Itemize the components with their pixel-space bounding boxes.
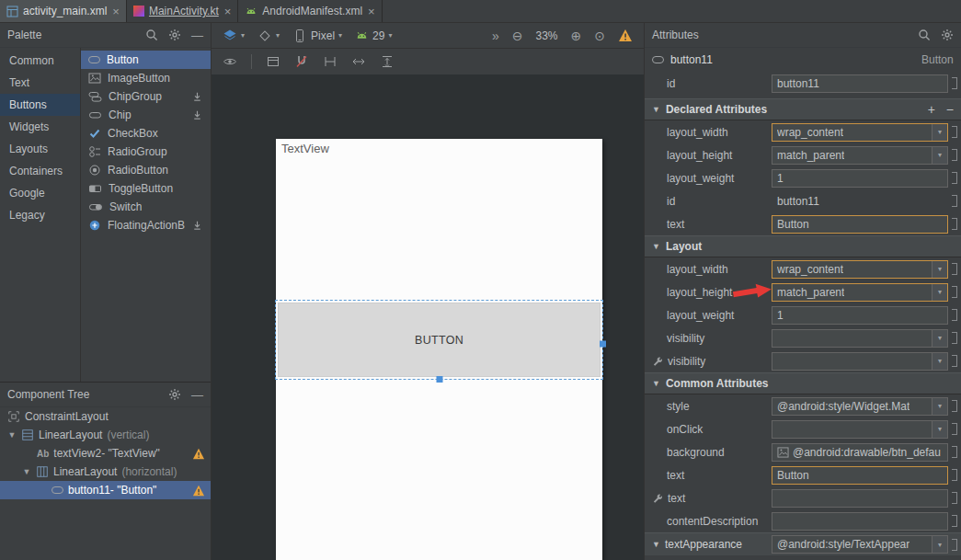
api-selector[interactable]: 29 ▾ [355,29,392,42]
resize-handle-bottom[interactable] [436,376,442,383]
zoom-in-icon[interactable]: ⊕ [571,29,582,42]
palette-item-radiobutton[interactable]: RadioButton [81,161,211,179]
tab-androidmanifest-xml[interactable]: AndroidManifest.xml × [238,0,382,22]
section-declared-attributes[interactable]: ▼ Declared Attributes + − [645,98,961,120]
resize-handle-right[interactable] [600,340,606,347]
minimize-icon[interactable]: — [191,388,203,402]
default-margins-icon[interactable] [323,54,337,69]
magnet-off-icon[interactable] [294,54,309,69]
chevron-down-icon[interactable]: ▾ [932,147,947,164]
search-icon[interactable] [145,29,158,41]
section-layout[interactable]: ▼ Layout [645,235,961,257]
chevron-down-icon[interactable]: ▾ [932,330,947,347]
chevron-down-icon[interactable]: ▾ [932,536,947,553]
tab-mainactivity-kt[interactable]: MainActivity.kt × [127,0,238,22]
palette-item-floatingactionbutton[interactable]: FloatingActionB... [81,216,211,234]
id-field[interactable]: button11 [772,74,948,93]
onclick-combo[interactable]: ▾ [772,420,948,439]
layout-weight-field[interactable]: 1 [772,169,948,188]
style-combo[interactable]: @android:style/Widget.Mat▾ [772,397,948,416]
tree-item-linearlayout-vertical[interactable]: ▼ LinearLayout (vertical) [0,426,211,444]
design-surface-selector[interactable]: ▾ [223,29,245,43]
palette-category-common[interactable]: Common [0,50,80,72]
tools-visibility-combo[interactable]: ▾ [772,352,948,371]
palette-item-togglebutton[interactable]: ToggleButton [81,179,211,198]
tools-text-field[interactable] [772,489,948,508]
attr-row-text: text Button [645,212,961,235]
chevron-down-icon[interactable]: ▾ [932,284,947,301]
palette-category-buttons[interactable]: Buttons [0,94,80,116]
id-value[interactable]: button11 [772,192,948,211]
section-textappearance[interactable]: ▼ textAppearance @android:style/TextAppe… [645,532,961,555]
chevron-down-icon[interactable]: ▾ [932,124,947,141]
text-field[interactable]: Button [772,466,948,485]
radio-group-icon [88,145,101,158]
expand-icon[interactable]: ▼ [7,430,17,440]
close-icon[interactable]: × [224,6,232,17]
vertical-distribute-icon[interactable] [380,54,395,69]
overflow-chevron-icon[interactable]: » [492,29,499,42]
gear-icon[interactable] [168,388,181,401]
minimize-icon[interactable]: — [191,29,203,42]
chevron-down-icon[interactable]: ▾ [932,398,947,415]
section-common-attributes[interactable]: ▼ Common Attributes [645,372,961,394]
gear-icon[interactable] [941,29,954,41]
palette-category-containers[interactable]: Containers [0,160,80,182]
palette-item-radiogroup[interactable]: RadioGroup [81,143,211,161]
tree-item-button11[interactable]: button11- "Button" [0,481,211,499]
canvas-button[interactable]: BUTTON [278,303,601,377]
canvas-textview[interactable]: TextView [281,142,329,155]
layout-width-combo[interactable]: wrap_content▾ [772,260,948,279]
palette-item-switch[interactable]: Switch [81,198,211,216]
zoom-out-icon[interactable]: ⊖ [512,29,523,42]
layout-weight-field[interactable]: 1 [772,306,948,325]
background-field[interactable]: @android:drawable/btn_defau [772,443,948,462]
constraint-layout-icon [7,410,20,423]
show-constraints-icon[interactable] [266,54,280,69]
orientation-selector[interactable]: ▾ [257,29,280,43]
tree-item-constraintlayout[interactable]: ConstraintLayout [0,407,211,426]
download-icon [191,91,203,103]
zoom-fit-icon[interactable]: ⊙ [594,29,605,42]
text-field[interactable]: Button [772,215,948,234]
warning-icon[interactable] [618,29,633,42]
palette-item-chipgroup[interactable]: ChipGroup [81,87,211,106]
expand-icon[interactable]: ▼ [22,467,31,476]
visibility-combo[interactable]: ▾ [772,329,948,348]
switch-icon [88,200,103,213]
palette-item-imagebutton[interactable]: ImageButton [81,69,211,87]
layout-height-combo[interactable]: match_parent▾ [772,146,948,165]
chevron-down-icon[interactable]: ▾ [932,421,947,438]
gear-icon[interactable] [168,29,181,41]
search-icon[interactable] [918,29,931,41]
palette-category-widgets[interactable]: Widgets [0,116,80,138]
layout-height-combo[interactable]: match_parent▾ [772,283,948,302]
palette-item-checkbox[interactable]: CheckBox [81,124,211,143]
remove-attribute-icon[interactable]: − [946,103,954,116]
textappearance-combo[interactable]: @android:style/TextAppear▾ [772,535,948,554]
section-title: Common Attributes [666,377,769,390]
layout-width-combo[interactable]: wrap_content▾ [772,123,948,142]
tab-activity-main-xml[interactable]: activity_main.xml × [0,0,127,22]
category-label: Common [9,54,54,67]
add-attribute-icon[interactable]: + [928,103,935,116]
device-selector[interactable]: Pixel ▾ [292,29,342,43]
chevron-down-icon[interactable]: ▾ [932,261,947,278]
chevron-down-icon[interactable]: ▾ [932,353,947,370]
palette-category-layouts[interactable]: Layouts [0,138,80,160]
palette-category-text[interactable]: Text [0,72,80,94]
download-icon [191,109,203,121]
eye-icon[interactable] [223,54,237,69]
close-icon[interactable]: × [368,6,375,17]
contentdescription-field[interactable] [772,512,948,531]
design-toolbar: ▾ ▾ Pixel ▾ 29 ▾ » ⊖ 33% ⊕ ⊙ [212,23,644,49]
attr-label: onClick [645,423,772,436]
palette-category-google[interactable]: Google [0,182,80,204]
tree-item-textview2[interactable]: Ab textView2- "TextView" [0,444,211,463]
palette-category-legacy[interactable]: Legacy [0,204,80,226]
close-icon[interactable]: × [112,6,120,17]
tree-item-linearlayout-horizontal[interactable]: ▼ LinearLayout (horizontal) [0,463,211,481]
palette-item-chip[interactable]: Chip [81,106,211,124]
horizontal-arrows-icon[interactable] [351,54,366,69]
palette-item-button[interactable]: Button [81,51,211,69]
